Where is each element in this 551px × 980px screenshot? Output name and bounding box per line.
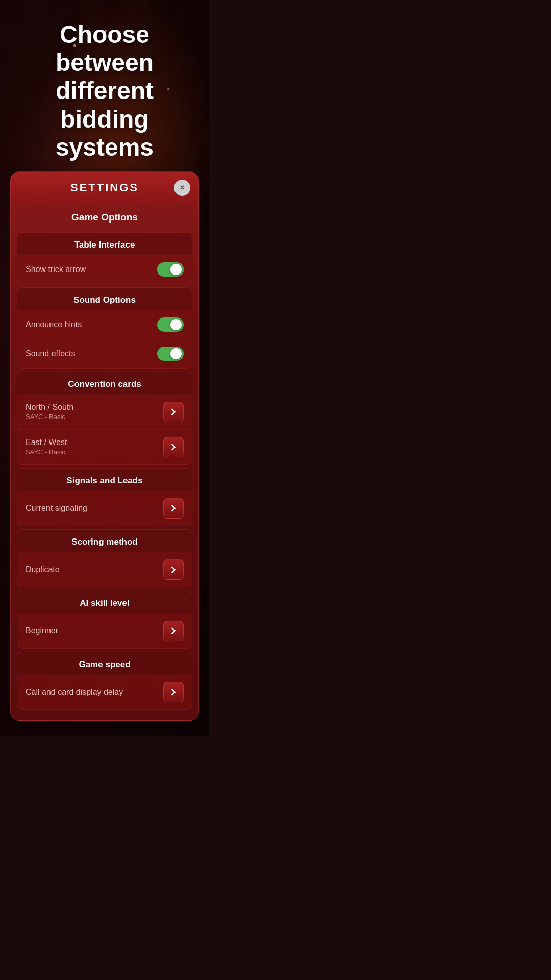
sound-options-header: Sound Options (17, 288, 192, 310)
sound-effects-toggle[interactable] (157, 347, 184, 361)
duplicate-label: Duplicate (26, 565, 60, 574)
signals-leads-header: Signals and Leads (17, 469, 192, 491)
east-west-row: East / West SAYC - Basic (17, 430, 192, 464)
right-arrow-icon-4 (170, 566, 177, 573)
east-west-label-group: East / West SAYC - Basic (26, 438, 67, 456)
game-speed-section: Game speed Call and card display delay (17, 652, 192, 710)
background: Choose between different bidding systems… (0, 0, 209, 736)
sound-effects-label: Sound effects (26, 349, 76, 358)
beginner-label: Beginner (26, 626, 58, 635)
north-south-row: North / South SAYC - Basic (17, 395, 192, 430)
current-signaling-arrow-button[interactable] (163, 498, 184, 519)
current-signaling-label: Current signaling (26, 504, 87, 513)
call-card-delay-arrow-button[interactable] (163, 682, 184, 702)
call-card-delay-row: Call and card display delay (17, 675, 192, 709)
signals-leads-section: Signals and Leads Current signaling (17, 468, 192, 526)
call-card-delay-label: Call and card display delay (26, 688, 123, 697)
announce-hints-label: Announce hints (26, 320, 82, 329)
table-interface-header: Table Interface (17, 233, 192, 255)
duplicate-row: Duplicate (17, 552, 192, 587)
scoring-method-header: Scoring method (17, 530, 192, 552)
close-button[interactable]: × (174, 180, 190, 196)
settings-header: SETTINGS × (11, 172, 198, 204)
convention-cards-header: Convention cards (17, 372, 192, 395)
settings-dialog: SETTINGS × Game Options Table Interface … (10, 172, 199, 721)
east-west-sublabel: SAYC - Basic (26, 448, 67, 456)
current-signaling-row: Current signaling (17, 491, 192, 526)
settings-title: SETTINGS (70, 181, 139, 194)
north-south-arrow-button[interactable] (163, 402, 184, 422)
sound-effects-row: Sound effects (17, 339, 192, 368)
east-west-arrow-button[interactable] (163, 437, 184, 457)
convention-cards-section: Convention cards North / South SAYC - Ba… (17, 372, 192, 465)
hero-section: Choose between different bidding systems (0, 0, 209, 172)
ai-skill-header: AI skill level (17, 591, 192, 614)
right-arrow-icon-5 (170, 627, 177, 634)
announce-hints-row: Announce hints (17, 310, 192, 339)
show-trick-arrow-label: Show trick arrow (26, 265, 86, 274)
scoring-method-section: Scoring method Duplicate (17, 529, 192, 587)
show-trick-arrow-row: Show trick arrow (17, 255, 192, 284)
beginner-arrow-button[interactable] (163, 621, 184, 641)
show-trick-arrow-toggle[interactable] (157, 262, 184, 277)
hero-title: Choose between different bidding systems (15, 20, 194, 161)
right-arrow-icon-2 (170, 444, 177, 451)
table-interface-section: Table Interface Show trick arrow (17, 232, 192, 284)
east-west-label: East / West (26, 438, 67, 447)
ai-skill-section: AI skill level Beginner (17, 591, 192, 649)
game-speed-header: Game speed (17, 652, 192, 675)
north-south-sublabel: SAYC - Basic (26, 413, 73, 421)
beginner-row: Beginner (17, 614, 192, 648)
right-arrow-icon (170, 408, 177, 415)
north-south-label-group: North / South SAYC - Basic (26, 403, 73, 421)
right-arrow-icon-3 (170, 505, 177, 512)
announce-hints-toggle[interactable] (157, 317, 184, 332)
sound-options-section: Sound Options Announce hints Sound effec… (17, 287, 192, 369)
north-south-label: North / South (26, 403, 73, 412)
right-arrow-icon-6 (170, 689, 177, 696)
game-options-header: Game Options (11, 204, 198, 229)
duplicate-arrow-button[interactable] (163, 559, 184, 580)
